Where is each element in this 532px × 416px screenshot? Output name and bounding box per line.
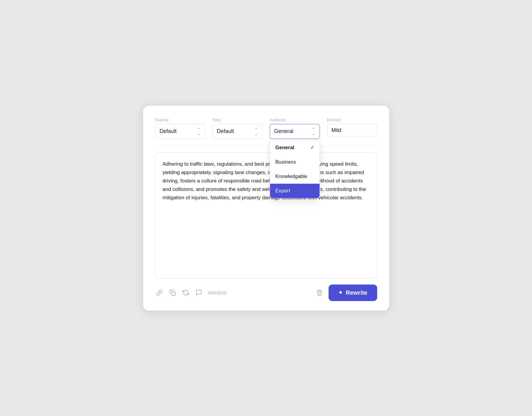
fluency-chevron-icon: ⌃⌄ xyxy=(197,127,201,136)
char-count: 489/3000 xyxy=(208,290,227,295)
audience-option-business[interactable]: Business xyxy=(270,155,320,169)
fluency-group: Fluency Default ⌃⌄ xyxy=(155,118,205,139)
audience-option-knowledgable[interactable]: Knowledgable xyxy=(270,169,320,184)
comment-icon[interactable] xyxy=(195,288,203,297)
tone-chevron-icon: ⌃⌄ xyxy=(254,127,258,136)
refresh-icon[interactable] xyxy=(182,288,190,297)
tone-label: Tone xyxy=(212,118,263,122)
audience-group: Audience General ⌃⌄ General ✓ Business K… xyxy=(270,118,320,139)
text-area-wrapper[interactable]: Adhering to traffic laws, regulations, a… xyxy=(155,152,377,279)
trash-icon[interactable] xyxy=(315,288,324,297)
audience-value: General xyxy=(274,128,293,134)
controls-row: Fluency Default ⌃⌄ Tone Default ⌃⌄ Audie… xyxy=(155,118,377,139)
audience-select[interactable]: General ⌃⌄ xyxy=(270,124,320,139)
emotion-value: Mild xyxy=(332,127,341,133)
main-card: Fluency Default ⌃⌄ Tone Default ⌃⌄ Audie… xyxy=(143,106,389,311)
fluency-select[interactable]: Default ⌃⌄ xyxy=(155,124,205,139)
audience-label: Audience xyxy=(270,118,320,122)
link-icon[interactable] xyxy=(155,288,164,297)
toolbar-icons: 489/3000 xyxy=(155,288,311,297)
tone-select[interactable]: Default ⌃⌄ xyxy=(212,124,263,139)
emotion-label: Emotion xyxy=(327,118,377,122)
toolbar: 489/3000 ✦ Rewrite xyxy=(155,285,377,301)
svg-rect-0 xyxy=(172,292,175,295)
audience-dropdown: General ✓ Business Knowledgable Expert xyxy=(270,140,320,198)
rewrite-label: Rewrite xyxy=(346,289,367,296)
check-icon: ✓ xyxy=(310,145,314,150)
rewrite-button[interactable]: ✦ Rewrite xyxy=(329,285,377,301)
audience-option-expert-label: Expert xyxy=(275,188,290,194)
audience-option-general[interactable]: General ✓ xyxy=(270,140,320,155)
audience-chevron-icon: ⌃⌄ xyxy=(312,127,315,136)
emotion-group: Emotion Mild xyxy=(327,118,377,139)
audience-option-expert[interactable]: Expert xyxy=(270,184,320,198)
fluency-value: Default xyxy=(160,128,177,134)
audience-option-general-label: General xyxy=(275,145,294,151)
audience-option-business-label: Business xyxy=(275,159,296,165)
tone-value: Default xyxy=(217,128,234,134)
sparkle-icon: ✦ xyxy=(338,289,343,296)
divider xyxy=(155,146,377,146)
text-content: Adhering to traffic laws, regulations, a… xyxy=(163,160,370,202)
copy-icon[interactable] xyxy=(168,288,177,297)
audience-option-knowledgable-label: Knowledgable xyxy=(275,173,308,179)
emotion-value-box: Mild xyxy=(327,124,377,137)
fluency-label: Fluency xyxy=(155,118,205,122)
tone-group: Tone Default ⌃⌄ xyxy=(212,118,263,139)
